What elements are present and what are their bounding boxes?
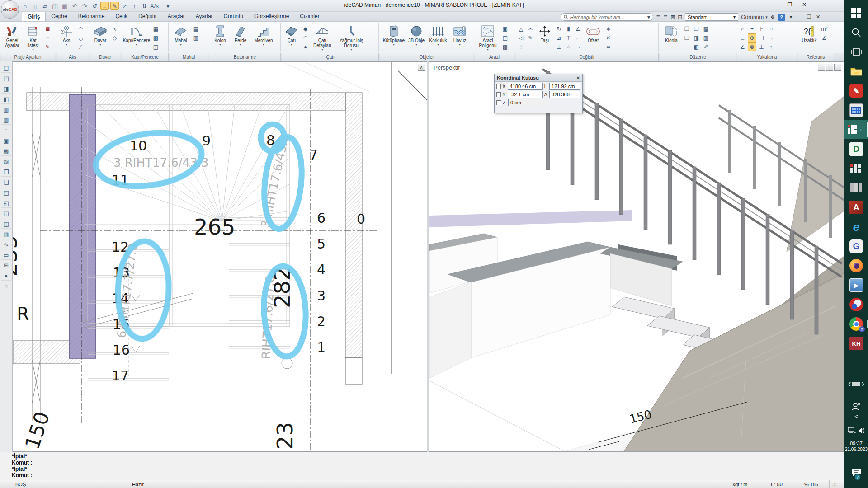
degistir-mini-icon[interactable]: ⊹ xyxy=(517,42,525,51)
left-toolbar-icon[interactable]: ▥ xyxy=(1,105,11,114)
x-input[interactable]: 4180.46 cm xyxy=(508,83,543,90)
ribbon-group-label[interactable]: Arazi xyxy=(475,53,514,61)
klonla-button[interactable]: Klonla xyxy=(661,23,682,52)
duzenle-mini-icon[interactable]: ❐ xyxy=(683,24,691,33)
scroll-right-icon[interactable]: ❯ xyxy=(861,382,865,386)
ribbon-group-label[interactable]: Proje Ayarları xyxy=(1,53,55,61)
snap-mini-icon[interactable]: ∠ xyxy=(738,42,747,51)
kolon-button[interactable]: Kolon▾ xyxy=(210,23,230,52)
ribbon-group-label[interactable]: Yakalama xyxy=(737,53,797,61)
y-input[interactable]: -32.1 cm xyxy=(508,91,543,98)
ribbon-group-label[interactable]: Çatı xyxy=(282,53,379,61)
degistir-mini-icon[interactable]: ✎ xyxy=(526,33,535,42)
snap-mini-icon[interactable]: ⊣ xyxy=(757,33,766,42)
quick-access-icon[interactable]: ◫ xyxy=(51,2,59,10)
red-browser-button[interactable] xyxy=(844,295,868,314)
ribbon-group-label[interactable]: Betonarme xyxy=(209,53,281,61)
clock[interactable]: 09:37 21.06.2023 xyxy=(844,437,868,455)
referans-mini-icon[interactable]: ∡ xyxy=(820,33,829,42)
degistir-mini-icon[interactable]: ⊥ xyxy=(555,42,563,51)
ofset-button[interactable]: Ofset xyxy=(583,23,603,52)
plan-scroll-up-icon[interactable]: ∧ xyxy=(418,64,425,71)
yagmur-inis-borusu-button[interactable]: Yağmur İniş Borusu▾ xyxy=(338,23,364,52)
firefox-button[interactable] xyxy=(844,256,868,275)
ribbon-group-label[interactable]: Düzenle xyxy=(660,53,736,61)
layer-stack-icon[interactable]: ≣ xyxy=(656,14,660,20)
pencere-mini-icon[interactable]: ▩ xyxy=(151,33,160,42)
ribbon-tab[interactable]: Çelik xyxy=(110,12,133,21)
ribbon-group-label[interactable]: Kapı/Pencere xyxy=(122,53,169,61)
quick-access-icon[interactable]: ≡ xyxy=(100,2,109,10)
taskbar-scrollbar[interactable]: ❮❯ xyxy=(844,380,868,388)
perspective-button-2[interactable] xyxy=(826,64,833,71)
degistir-mini-icon[interactable]: △ xyxy=(517,24,525,33)
proje-mini-icon[interactable]: ≣ xyxy=(43,24,52,33)
doc-close-icon[interactable]: ✕ xyxy=(815,14,821,20)
duzenle-mini-icon[interactable]: ❒ xyxy=(692,24,701,33)
ribbon-group-label[interactable]: Objeler xyxy=(380,53,473,61)
degistir-mini-icon[interactable]: ✕ xyxy=(604,33,613,42)
snap-mini-icon[interactable]: ⊗ xyxy=(748,42,756,51)
coordinate-box-titlebar[interactable]: Koordinat Kutusu ✕ xyxy=(495,74,582,82)
degistir-mini-icon[interactable]: ↻ xyxy=(555,24,563,33)
toolbar-more-icon[interactable]: ▾ xyxy=(164,2,172,10)
search-input[interactable] xyxy=(570,14,646,20)
kh-app-button[interactable]: KH xyxy=(844,334,868,353)
left-toolbar-icon[interactable]: ◰ xyxy=(1,188,11,197)
degistir-mini-icon[interactable]: ✂ xyxy=(526,24,535,33)
ribbon-group-label[interactable]: Aks xyxy=(57,53,89,61)
left-toolbar-icon[interactable]: ▦ xyxy=(1,115,11,125)
ribbon-group-label[interactable]: Referans xyxy=(798,53,833,61)
ribbon-tab[interactable]: Giriş xyxy=(22,12,46,21)
left-toolbar-icon[interactable]: ▤ xyxy=(1,63,11,73)
snap-mini-icon[interactable]: ⌐ xyxy=(738,24,747,33)
mahal-mini-icon[interactable]: ▥ xyxy=(192,33,200,42)
volume-icon[interactable] xyxy=(858,427,865,434)
layer-stack2-icon[interactable]: ≣ xyxy=(663,14,668,20)
referans-mini-icon[interactable]: m² xyxy=(820,24,829,33)
left-toolbar-icon[interactable]: ◨ xyxy=(1,84,11,94)
status-mode[interactable]: BOŞ xyxy=(0,480,127,488)
ribbon-tab[interactable]: Cephe xyxy=(46,12,72,21)
quick-access-icon[interactable]: ↗ xyxy=(120,2,129,10)
idecad-active-app-button[interactable]: i... xyxy=(844,120,868,139)
korkuluk-button[interactable]: Korkuluk▾ xyxy=(426,23,450,52)
degistir-mini-icon[interactable]: ▮ xyxy=(564,24,573,33)
close-icon[interactable]: ✕ xyxy=(576,75,580,80)
duzenle-mini-icon[interactable]: ▨ xyxy=(702,33,710,42)
ribbon-tab[interactable]: Görüntü xyxy=(218,12,249,21)
ribbon-tab[interactable]: Ayarlar xyxy=(190,12,218,21)
genel-ayarlar-button[interactable]: Genel Ayarlar xyxy=(2,23,23,52)
perspective-button-3[interactable] xyxy=(834,64,841,71)
pencere-mini-icon[interactable]: ▦ xyxy=(151,24,160,33)
quick-access-icon[interactable]: ⌂ xyxy=(21,2,29,10)
blue-grid-app-button[interactable] xyxy=(844,101,868,120)
left-toolbar-icon[interactable]: ◌ xyxy=(1,282,11,291)
task-view-button[interactable] xyxy=(844,42,868,61)
cati-mini-icon[interactable]: ◠ xyxy=(301,33,310,42)
aks-button[interactable]: A1 Aks▾ xyxy=(57,23,75,52)
restore-icon[interactable]: ❐ xyxy=(786,1,794,8)
degistir-mini-icon[interactable]: ∗ xyxy=(604,24,613,33)
perde-button[interactable]: Perde▾ xyxy=(231,23,250,52)
help-icon[interactable]: ? xyxy=(778,14,785,21)
proje-mini-icon[interactable]: ✎ xyxy=(43,42,52,51)
ribbon-tab[interactable]: Değiştir xyxy=(133,12,162,21)
uzaklik-button[interactable]: ?{ Uzaklık xyxy=(799,23,819,52)
cati-mini-icon[interactable]: ● xyxy=(301,42,310,51)
left-toolbar-icon[interactable]: ≈ xyxy=(1,126,11,135)
sketchup-button[interactable]: ✎ xyxy=(844,81,868,100)
status-unit[interactable]: kgf / m xyxy=(721,480,760,488)
quick-access-icon[interactable]: ↶ xyxy=(71,2,79,10)
left-toolbar-icon[interactable]: ❏ xyxy=(1,178,11,187)
snap-mini-icon[interactable]: ⊥ xyxy=(757,42,766,51)
kutuphane-button[interactable]: Kütüphane▾ xyxy=(381,23,406,52)
left-toolbar-icon[interactable]: ▧ xyxy=(1,230,11,239)
ribbon-collapse-icon[interactable]: ▾ xyxy=(788,14,794,20)
obje-3b-button[interactable]: 3B Obje▾ xyxy=(407,23,425,52)
file-explorer-button[interactable] xyxy=(844,62,868,81)
status-scale[interactable]: 1 : 50 xyxy=(760,480,793,488)
x-lock-checkbox[interactable] xyxy=(496,84,501,89)
aks-mini-icon[interactable]: ∕ xyxy=(76,42,85,51)
left-toolbar-icon[interactable]: ❐ xyxy=(1,167,11,177)
